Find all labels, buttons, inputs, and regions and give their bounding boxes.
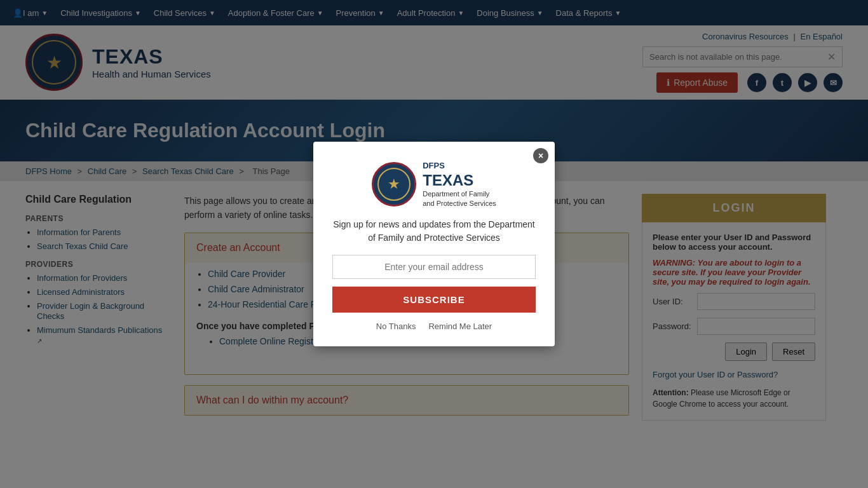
email-signup-modal: × ★ DFPS TEXAS Department of Familyand P… [313, 142, 555, 346]
modal-dept-label: Department of Familyand Protective Servi… [423, 189, 496, 208]
modal-logo-circle: ★ [372, 162, 416, 207]
modal-overlay[interactable]: × ★ DFPS TEXAS Department of Familyand P… [0, 0, 868, 438]
modal-description: Sign up for news and updates from the De… [332, 218, 536, 245]
modal-star-icon: ★ [388, 176, 400, 193]
modal-close-button[interactable]: × [533, 148, 548, 163]
modal-subscribe-button[interactable]: SUBSCRIBE [332, 287, 536, 313]
modal-dfps-label: DFPS [423, 161, 496, 170]
modal-footer: No Thanks Remind Me Later [332, 322, 536, 331]
modal-remind-later-link[interactable]: Remind Me Later [428, 322, 492, 331]
modal-logo: ★ DFPS TEXAS Department of Familyand Pro… [332, 161, 536, 208]
modal-logo-text: DFPS TEXAS Department of Familyand Prote… [423, 161, 496, 208]
modal-logo-circle-inner: ★ [377, 168, 410, 201]
modal-no-thanks-link[interactable]: No Thanks [376, 322, 416, 331]
modal-email-input[interactable] [332, 255, 536, 279]
modal-texas-label: TEXAS [423, 172, 496, 189]
